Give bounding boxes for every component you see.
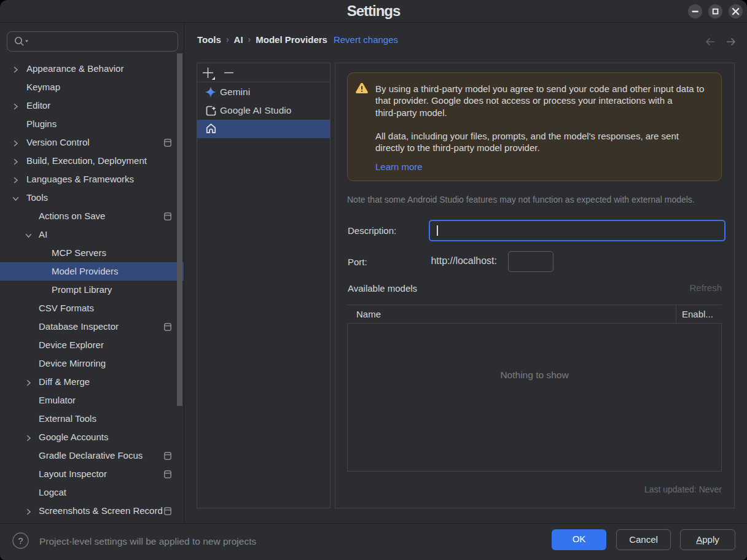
svg-text:?: ?	[18, 535, 23, 546]
